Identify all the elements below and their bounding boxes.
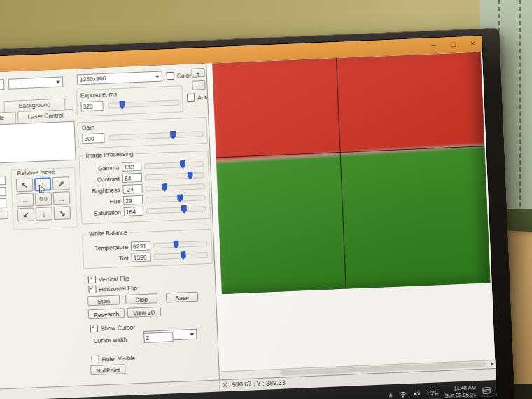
brightness-label: Brightness — [83, 186, 120, 195]
slider-thumb[interactable] — [187, 171, 192, 179]
saturation-input[interactable] — [124, 206, 144, 216]
maximize-button[interactable]: □ — [448, 39, 458, 50]
move-right-button[interactable]: → — [53, 191, 71, 205]
move-step-value[interactable]: 0.0 — [35, 192, 52, 206]
saturation-slider[interactable] — [146, 206, 206, 214]
taskbar-clock[interactable]: 11:48 AM Sun 09.05.21 — [444, 384, 476, 399]
slider-thumb[interactable] — [119, 101, 125, 109]
vertical-flip-label: Vertical Flip — [99, 274, 130, 283]
screen: – □ × Background able Laser Control — [0, 36, 496, 399]
checkbox-icon — [90, 325, 98, 332]
start-button[interactable]: Start — [88, 295, 120, 306]
research-button[interactable]: Research — [88, 308, 125, 319]
camera-image[interactable] — [212, 52, 490, 294]
nullpoint-button[interactable]: NullPoint — [90, 364, 126, 375]
scroll-right-arrow-icon[interactable] — [491, 362, 493, 366]
contrast-slider[interactable] — [145, 172, 204, 181]
gamma-label: Gamma — [83, 164, 119, 172]
wall-dashed-line — [519, 0, 521, 241]
vertical-flip-checkbox[interactable]: Vertical Flip — [88, 274, 130, 284]
white-balance-group: White Balance TemperatureTint — [82, 229, 213, 270]
exposure-group: Exposure, ms — [76, 85, 183, 116]
left-top-combo[interactable] — [8, 76, 64, 89]
left-edge-field[interactable] — [0, 176, 6, 186]
resolution-combo[interactable]: 1280x960 — [77, 71, 163, 85]
slider-thumb[interactable] — [162, 183, 167, 192]
zoom-out-button[interactable]: - — [192, 80, 206, 90]
speaker-icon[interactable] — [413, 390, 421, 397]
cursor-width-input[interactable] — [144, 332, 174, 343]
chevron-down-icon — [56, 80, 60, 83]
temperature-input[interactable] — [131, 241, 151, 251]
saturation-label: Saturation — [85, 209, 121, 217]
left-small-combo[interactable] — [0, 79, 4, 90]
move-left-button[interactable]: ← — [17, 192, 34, 206]
image-processing-group: Image Processing GammaContrastBrightness… — [78, 150, 211, 225]
keyboard-language[interactable]: РУС — [427, 389, 438, 396]
gain-slider[interactable] — [109, 131, 203, 141]
exposure-slider[interactable] — [108, 100, 179, 108]
network-icon[interactable] — [399, 391, 407, 398]
contrast-label: Contrast — [83, 175, 120, 183]
move-down-right-button[interactable]: ↘ — [53, 206, 71, 220]
notification-center-icon[interactable] — [482, 386, 491, 394]
horizontal-flip-checkbox[interactable]: Horizontal Flip — [88, 284, 137, 293]
hue-slider[interactable] — [146, 195, 205, 203]
tint-label: Tint — [86, 254, 128, 263]
move-up-left-button[interactable]: ↖ — [16, 178, 34, 192]
ruler-visible-checkbox[interactable]: Ruler Visible — [91, 354, 135, 363]
tint-slider[interactable] — [153, 252, 207, 260]
stop-button[interactable]: Stop — [125, 293, 158, 304]
horizontal-flip-label: Horizontal Flip — [99, 284, 137, 293]
gamma-input[interactable] — [122, 162, 142, 172]
checkbox-icon — [88, 276, 96, 284]
gamma-slider[interactable] — [144, 161, 204, 169]
laser-listbox[interactable] — [0, 121, 76, 164]
close-button[interactable]: × — [468, 38, 478, 50]
temperature-slider[interactable] — [153, 241, 207, 248]
camera-control-panel: 1280x960 Color + - Exposure, ms — [74, 64, 219, 386]
ruler-visible-label: Ruler Visible — [102, 354, 135, 363]
hue-label: Hue — [84, 197, 120, 206]
chevron-down-icon — [155, 75, 160, 78]
slider-thumb[interactable] — [181, 251, 186, 260]
slider-thumb[interactable] — [180, 160, 186, 169]
hue-input[interactable] — [123, 195, 144, 205]
color-checkbox[interactable]: Color — [167, 71, 192, 80]
auto-checkbox[interactable]: Auto — [187, 93, 210, 102]
exposure-label: Exposure, ms — [80, 90, 117, 99]
move-up-button[interactable]: ↑ — [34, 177, 52, 191]
brightness-slider[interactable] — [145, 183, 204, 192]
gain-input[interactable] — [82, 133, 105, 144]
camera-view-panel[interactable] — [206, 52, 496, 379]
checkbox-icon — [187, 94, 195, 102]
tint-input[interactable] — [131, 252, 151, 262]
move-up-right-button[interactable]: ↗ — [52, 176, 70, 190]
brightness-input[interactable] — [122, 184, 143, 194]
relative-move-title: Relative move — [17, 168, 55, 176]
cursor-width-label: Cursor width — [93, 336, 127, 344]
left-edge-button[interactable] — [0, 211, 8, 220]
show-cursor-checkbox[interactable]: Show Cursor — [90, 323, 136, 332]
contrast-input[interactable] — [122, 173, 143, 183]
image-processing-title: Image Processing — [83, 150, 135, 159]
slider-thumb[interactable] — [173, 240, 178, 248]
white-balance-title: White Balance — [87, 229, 130, 238]
move-down-left-button[interactable]: ↙ — [18, 207, 35, 221]
move-down-button[interactable]: ↓ — [36, 206, 53, 220]
client-area: Background able Laser Control Relative m… — [0, 52, 496, 391]
exposure-input[interactable] — [80, 101, 104, 111]
zoom-in-button[interactable]: + — [191, 68, 205, 78]
minimize-button[interactable]: – — [428, 40, 439, 51]
tray-chevron-icon[interactable]: ∧ — [388, 391, 393, 398]
crosshair-horizontal-line — [216, 146, 485, 158]
show-cursor-label: Show Cursor — [101, 323, 136, 332]
slider-thumb[interactable] — [170, 131, 176, 139]
save-button[interactable]: Save — [166, 292, 199, 303]
left-edge-field[interactable] — [0, 187, 6, 197]
color-label: Color — [177, 71, 192, 79]
slider-thumb[interactable] — [177, 194, 183, 202]
left-edge-field[interactable] — [0, 198, 6, 208]
slider-thumb[interactable] — [181, 205, 187, 214]
view-2d-button[interactable]: View 2D — [127, 307, 162, 318]
